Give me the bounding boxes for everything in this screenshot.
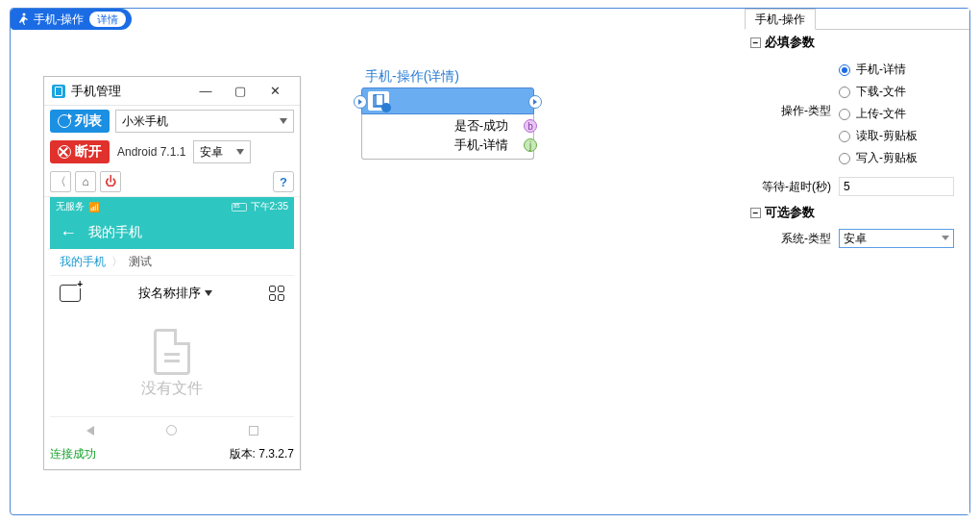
properties-panel: 手机-操作 − 必填参数 操作-类型 手机-详情下载-文件上传-文件读取-剪贴板… <box>745 9 969 514</box>
gear-icon <box>381 103 391 112</box>
radio-option[interactable]: 写入-剪贴板 <box>839 147 962 169</box>
output-port[interactable] <box>528 95 542 109</box>
phone-screen: 无服务 📶 下午2:35 ← 我的手机 我的手机 〉 测试 <box>44 197 300 443</box>
system-type-select[interactable]: 安卓 <box>839 229 954 248</box>
grid-view-icon[interactable] <box>269 286 284 301</box>
connection-status: 连接成功 <box>50 446 96 462</box>
radio-icon <box>839 131 850 142</box>
param-label-operation-type: 操作-类型 <box>752 59 839 119</box>
refresh-icon <box>58 114 71 128</box>
window-titlebar[interactable]: 手机管理 — ▢ ✕ <box>44 77 300 106</box>
phone-status-bar: 无服务 📶 下午2:35 <box>50 197 294 216</box>
panel-tab[interactable]: 手机-操作 <box>745 9 816 30</box>
flow-node[interactable]: 手机-操作(详情) 是否-成功 b 手机-详情 j <box>361 66 534 160</box>
collapse-icon[interactable]: − <box>750 37 761 48</box>
window-footer: 连接成功 版本: 7.3.2.7 <box>44 443 300 465</box>
os-dropdown[interactable]: 安卓 <box>193 140 251 163</box>
detail-badge: 详情 <box>89 12 126 27</box>
phone-app-header: ← 我的手机 <box>50 216 294 249</box>
battery-icon <box>232 203 247 212</box>
breadcrumb[interactable]: 我的手机 〉 测试 <box>50 249 294 276</box>
node-output-row: 手机-详情 j <box>368 136 527 155</box>
operation-type-radiogroup: 手机-详情下载-文件上传-文件读取-剪贴板写入-剪贴板 <box>839 59 962 169</box>
nav-power-button[interactable]: ⏻ <box>100 171 121 192</box>
sort-dropdown[interactable]: 按名称排序 <box>138 285 212 302</box>
chevron-down-icon <box>280 118 287 124</box>
node-title: 手机-操作(详情) <box>361 66 534 87</box>
chevron-down-icon <box>236 149 244 155</box>
radio-icon <box>839 153 850 164</box>
os-version-label: Android 7.1.1 <box>115 145 187 159</box>
nav-back-button[interactable]: 〈 <box>50 171 71 192</box>
radio-icon <box>839 109 850 120</box>
nav-home-icon[interactable] <box>166 425 177 436</box>
page-header: 手机-操作 详情 <box>11 9 132 30</box>
version-info: 版本: 7.3.2.7 <box>230 446 294 462</box>
section-optional[interactable]: − 可选参数 <box>745 200 969 225</box>
list-button[interactable]: 列表 <box>50 110 110 133</box>
chevron-down-icon <box>942 236 949 240</box>
output-pin-json[interactable]: j <box>524 138 537 152</box>
back-arrow-icon[interactable]: ← <box>60 223 77 243</box>
maximize-button[interactable]: ▢ <box>223 80 257 103</box>
close-button[interactable]: ✕ <box>257 80 292 103</box>
android-nav-bar <box>50 416 294 443</box>
nav-recent-icon[interactable] <box>249 426 258 436</box>
radio-icon <box>839 64 850 76</box>
radio-option[interactable]: 读取-剪贴板 <box>839 125 962 147</box>
radio-option[interactable]: 上传-文件 <box>839 103 962 125</box>
app-icon <box>52 85 65 98</box>
radio-option[interactable]: 手机-详情 <box>839 59 962 81</box>
chevron-right-icon: 〉 <box>111 254 123 270</box>
collapse-icon[interactable]: − <box>750 208 761 218</box>
radio-icon <box>839 87 850 98</box>
param-label-wait-timeout: 等待-超时(秒) <box>752 177 839 195</box>
device-dropdown[interactable]: 小米手机 <box>115 110 294 133</box>
node-icon <box>368 91 389 111</box>
new-folder-icon[interactable] <box>60 285 81 302</box>
node-output-row: 是否-成功 b <box>368 116 527 136</box>
minimize-button[interactable]: — <box>188 80 223 103</box>
help-button[interactable]: ? <box>273 171 294 192</box>
person-walk-icon <box>16 12 30 26</box>
node-body: 是否-成功 b 手机-详情 j <box>361 114 534 160</box>
window-title: 手机管理 <box>71 83 121 100</box>
stop-icon <box>58 145 71 159</box>
nav-back-icon[interactable] <box>86 426 94 436</box>
nav-home-button[interactable]: ⌂ <box>75 171 96 192</box>
wait-timeout-input[interactable]: 5 <box>839 177 954 196</box>
input-port[interactable] <box>354 95 367 109</box>
node-header[interactable] <box>361 87 534 114</box>
document-icon <box>154 329 190 375</box>
header-title: 手机-操作 <box>34 12 84 28</box>
empty-state: 没有文件 <box>50 311 294 416</box>
radio-option[interactable]: 下载-文件 <box>839 81 962 103</box>
section-required[interactable]: − 必填参数 <box>745 30 969 55</box>
disconnect-button[interactable]: 断开 <box>50 140 110 163</box>
svg-point-0 <box>23 13 26 16</box>
param-label-system-type: 系统-类型 <box>752 229 839 247</box>
phone-manager-window: 手机管理 — ▢ ✕ 列表 小米手机 <box>43 76 301 470</box>
chevron-down-icon <box>205 290 212 296</box>
output-pin-bool[interactable]: b <box>524 119 537 133</box>
